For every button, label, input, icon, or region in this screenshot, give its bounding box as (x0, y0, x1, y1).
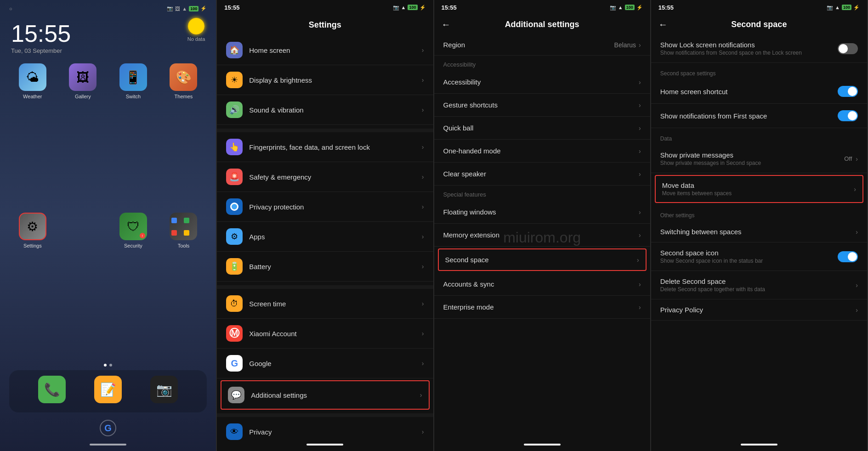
battery-icon: 100 (189, 6, 199, 11)
app-item-weather[interactable]: 🌤 Weather (11, 63, 54, 205)
app-item-switch[interactable]: 📱 Switch (112, 63, 155, 205)
settings-item-screen-time[interactable]: ⏱ Screen time › (217, 289, 433, 319)
safety-label: Safety & emergency (249, 173, 422, 181)
second-icon-item[interactable]: Second space icon Show Second space icon… (651, 242, 867, 271)
settings-item-google[interactable]: G Google › (217, 349, 433, 378)
wifi-status-icon: ▲ (401, 5, 406, 10)
show-notifications-item[interactable]: Show notifications from First space (651, 104, 867, 128)
screen-time-label: Screen time (249, 300, 422, 308)
second-space-item[interactable]: Second space › (438, 248, 647, 271)
one-handed-item[interactable]: One-handed mode › (434, 140, 650, 163)
quick-ball-item[interactable]: Quick ball › (434, 117, 650, 140)
app-label-switch: Switch (126, 94, 141, 99)
delete-sub: Delete Second space together with its da… (660, 286, 856, 293)
settings-item-battery[interactable]: 🔋 Battery › (217, 252, 433, 282)
gesture-item[interactable]: Gesture shortcuts › (434, 94, 650, 117)
app-label-security: Security (124, 243, 142, 248)
enterprise-item[interactable]: Enterprise mode › (434, 296, 650, 319)
settings-item-home-screen[interactable]: 🏠 Home screen › (217, 35, 433, 65)
chevron-icon: › (422, 143, 424, 151)
google-label: Google (249, 360, 422, 367)
home-time-section: 15:55 Tue, 03 September (11, 18, 71, 54)
quick-ball-label: Quick ball (443, 124, 639, 132)
accounts-sync-label: Accounts & sync (443, 280, 639, 288)
delete-item[interactable]: Delete Second space Delete Second space … (651, 271, 867, 299)
settings-item-privacy-main[interactable]: 👁 Privacy › (217, 417, 433, 440)
dot-1 (104, 364, 107, 366)
google-bar[interactable]: G (0, 420, 216, 442)
app-item-themes[interactable]: 🎨 Themes (162, 63, 205, 205)
accessibility-item[interactable]: Accessibility › (434, 71, 650, 94)
chevron-icon: › (422, 46, 424, 54)
app-label-weather: Weather (23, 94, 42, 99)
display-label: Display & brightness (249, 76, 422, 84)
show-lock-item[interactable]: Show Lock screen notifications Show noti… (651, 34, 867, 63)
second-header: ← Second space (651, 15, 867, 34)
app-item-settings[interactable]: ⚙ Settings (11, 213, 54, 355)
privacy-main-label: Privacy (249, 428, 422, 436)
battery-label: Battery (249, 263, 422, 271)
home-shortcut-toggle[interactable] (838, 86, 858, 97)
switching-item[interactable]: Switching between spaces › (651, 221, 867, 242)
settings-item-additional[interactable]: 💬 Additional settings › (221, 380, 429, 410)
dock-phone[interactable]: 📞 (28, 376, 76, 403)
floating-item[interactable]: Floating windows › (434, 201, 650, 224)
home-shortcut-content: Home screen shortcut (660, 88, 838, 96)
additional-status-icons: 📷 ▲ 100 ⚡ (610, 5, 643, 11)
settings-item-xiaomi[interactable]: Ⓜ Xiaomi Account › (217, 319, 433, 349)
back-button-4[interactable]: ← (658, 19, 668, 30)
wifi-icon-4: ▲ (835, 5, 840, 10)
memory-item[interactable]: Memory extension › (434, 224, 650, 247)
app-item-security[interactable]: 🛡 ! Security (112, 213, 155, 355)
privacy-policy-chevron: › (856, 306, 858, 314)
back-button-3[interactable]: ← (442, 19, 451, 30)
phone-home: ○ 📷 🖼 ▲ 100 ⚡ 15:55 Tue, 03 September No… (0, 0, 217, 451)
additional-status-bar: 15:55 📷 ▲ 100 ⚡ (434, 0, 650, 15)
home-screen-icon: 🏠 (226, 42, 243, 58)
settings-item-sound[interactable]: 🔊 Sound & vibration › (217, 95, 433, 125)
show-lock-toggle[interactable] (838, 43, 858, 54)
show-notifications-toggle[interactable] (838, 110, 858, 121)
data-section-label: Data (651, 128, 867, 145)
app-label-themes: Themes (175, 94, 193, 99)
delete-content: Delete Second space Delete Second space … (660, 277, 856, 293)
switching-chevron: › (856, 228, 858, 236)
home-screen-label: Home screen (249, 46, 422, 54)
second-title: Second space (675, 20, 843, 29)
settings-status-icons: 📷 ▲ 100 ⚡ (393, 5, 426, 11)
accessibility-section-label: Accessibility (434, 56, 650, 71)
dock-camera[interactable]: 📷 (140, 376, 188, 403)
xiaomi-label: Xiaomi Account (249, 330, 422, 338)
clear-speaker-item[interactable]: Clear speaker › (434, 163, 650, 186)
privacy-policy-item[interactable]: Privacy Policy › (651, 299, 867, 321)
settings-item-privacy[interactable]: Privacy protection › (217, 192, 433, 222)
app-item-gallery[interactable]: 🖼 Gallery (62, 63, 105, 205)
accounts-sync-item[interactable]: Accounts & sync › (434, 273, 650, 296)
switching-right: › (856, 228, 858, 236)
settings-item-safety[interactable]: 🚨 Safety & emergency › (217, 162, 433, 192)
show-notifications-content: Show notifications from First space (660, 112, 838, 120)
show-private-item[interactable]: Show private messages Show private messa… (651, 145, 867, 173)
dock-notes[interactable]: 📝 (84, 376, 132, 403)
second-space-settings-label: Second space settings (651, 63, 867, 79)
settings-item-display[interactable]: ☀ Display & brightness › (217, 65, 433, 95)
additional-label: Additional settings (251, 391, 420, 399)
region-item[interactable]: Region Belarus › (434, 34, 650, 56)
settings-item-fingerprints[interactable]: 👆 Fingerprints, face data, and screen lo… (217, 132, 433, 162)
show-private-sub: Show private messages in Second space (660, 160, 844, 166)
phone-additional: 15:55 📷 ▲ 100 ⚡ ← Additional settings mi… (434, 0, 651, 451)
settings-item-apps[interactable]: ⚙ Apps › (217, 222, 433, 252)
second-icon-toggle[interactable] (838, 251, 858, 262)
gesture-label: Gesture shortcuts (443, 101, 639, 109)
home-header: 15:55 Tue, 03 September No data (0, 18, 216, 54)
settings-title: Settings (217, 15, 433, 35)
move-data-item[interactable]: Move data Move items between spaces › (655, 175, 863, 203)
show-private-chevron: › (856, 155, 858, 163)
security-shield-icon: 🛡 (127, 219, 140, 234)
cam-status-icon: 📷 (393, 5, 399, 11)
second-icon-content: Second space icon Show Second space icon… (660, 249, 838, 264)
app-item-tools[interactable]: Tools (162, 213, 205, 355)
wifi-icon: ▲ (182, 6, 187, 11)
home-shortcut-item[interactable]: Home screen shortcut (651, 79, 867, 104)
additional-icon: 💬 (228, 387, 244, 403)
